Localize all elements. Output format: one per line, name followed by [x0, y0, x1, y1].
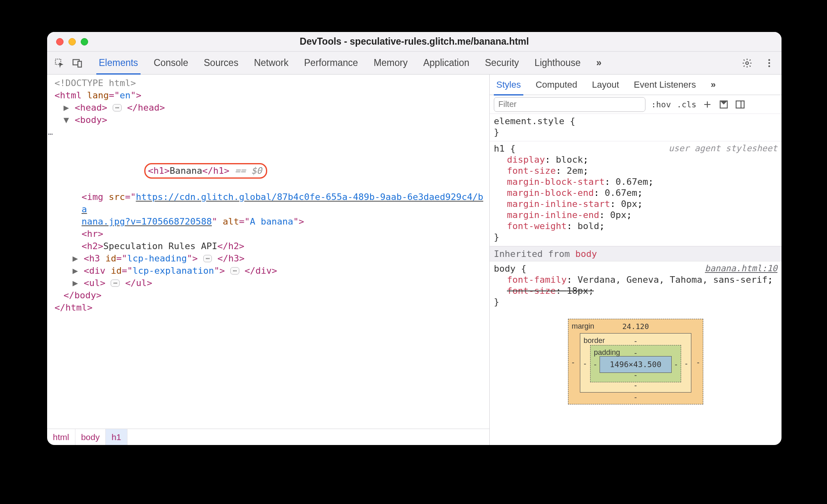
tab-sources[interactable]: Sources — [201, 52, 241, 73]
tab-network[interactable]: Network — [252, 52, 291, 73]
more-menu-icon[interactable] — [762, 56, 777, 70]
css-declaration[interactable]: margin-block-end: 0.67em; — [494, 187, 777, 198]
svg-rect-2 — [78, 61, 82, 67]
dom-h2[interactable]: <h2>Speculation Rules API</h2> — [55, 240, 489, 252]
window-title: DevTools - speculative-rules.glitch.me/b… — [47, 36, 782, 47]
css-declaration[interactable]: font-weight: bold; — [494, 220, 777, 232]
computed-styles-icon[interactable] — [718, 99, 729, 110]
box-model[interactable]: margin 24.120 - - - border - - - - — [490, 309, 782, 404]
tab-memory[interactable]: Memory — [371, 52, 410, 73]
rule-element-style[interactable]: element.style { } — [490, 114, 782, 141]
tabs-overflow-icon[interactable]: » — [594, 52, 604, 73]
crumb-html[interactable]: html — [47, 429, 75, 445]
dom-div[interactable]: ▶ <div id="lcp-explanation"> ⋯ </div> — [55, 265, 489, 277]
dom-body-close[interactable]: </body> — [55, 289, 489, 302]
row-actions-icon[interactable]: ⋯ — [48, 128, 53, 140]
styles-tabs-overflow-icon[interactable]: » — [708, 75, 718, 94]
css-declaration[interactable]: display: block; — [494, 154, 777, 165]
crumb-body[interactable]: body — [75, 429, 106, 445]
stab-layout[interactable]: Layout — [589, 75, 621, 94]
rule-source-ua: user agent stylesheet — [668, 143, 777, 154]
css-declaration[interactable]: font-family: Verdana, Geneva, Tahoma, sa… — [494, 274, 777, 285]
css-declaration[interactable]: margin-inline-end: 0px; — [494, 209, 777, 220]
styles-toolbar: hov cls — [490, 95, 782, 114]
dom-h1-selected[interactable]: ⋯ <h1>Banana</h1> == $0 — [55, 126, 489, 191]
main-tabbar: Elements Console Sources Network Perform… — [47, 52, 782, 75]
svg-point-4 — [768, 59, 770, 61]
dom-h3[interactable]: ▶ <h3 id="lcp-heading"> ⋯ </h3> — [55, 252, 489, 265]
box-model-margin[interactable]: margin 24.120 - - - border - - - - — [568, 319, 703, 404]
toggle-sidebar-icon[interactable] — [735, 99, 745, 110]
stab-styles[interactable]: Styles — [494, 75, 523, 95]
titlebar: DevTools - speculative-rules.glitch.me/b… — [47, 32, 782, 52]
svg-point-5 — [768, 62, 770, 64]
annotation-circle: <h1>Banana</h1> == $0 — [144, 163, 267, 179]
inherited-from-bar: Inherited from body — [490, 246, 782, 261]
tab-security[interactable]: Security — [482, 52, 521, 73]
inspect-element-icon[interactable] — [52, 56, 67, 70]
tab-elements[interactable]: Elements — [96, 52, 141, 75]
dom-hr[interactable]: <hr> — [55, 228, 489, 240]
svg-point-3 — [746, 61, 749, 64]
styles-panel: Styles Computed Layout Event Listeners »… — [490, 75, 782, 445]
dom-html-close[interactable]: </html> — [55, 302, 489, 314]
device-toolbar-icon[interactable] — [70, 56, 85, 70]
new-rule-icon[interactable] — [702, 99, 713, 110]
tab-lighthouse[interactable]: Lighthouse — [532, 52, 583, 73]
cls-toggle[interactable]: cls — [677, 100, 696, 109]
rule-body[interactable]: banana.html:10 body { font-family: Verda… — [490, 261, 782, 309]
dom-body-open[interactable]: ▼ <body> — [55, 114, 489, 126]
svg-point-6 — [768, 65, 770, 67]
main-tabs: Elements Console Sources Network Perform… — [96, 52, 736, 73]
hov-toggle[interactable]: hov — [651, 100, 671, 109]
devtools-window: DevTools - speculative-rules.glitch.me/b… — [47, 32, 782, 445]
styles-filter-input[interactable] — [494, 97, 645, 112]
stab-event-listeners[interactable]: Event Listeners — [632, 75, 699, 94]
dom-html-open[interactable]: <html lang="en"> — [55, 89, 489, 102]
rule-h1[interactable]: user agent stylesheet h1 { display: bloc… — [490, 141, 782, 246]
css-declaration[interactable]: font-size: 2em; — [494, 165, 777, 176]
dom-head[interactable]: ▶ <head> ⋯ </head> — [55, 102, 489, 114]
stab-computed[interactable]: Computed — [533, 75, 580, 94]
box-model-border[interactable]: border - - - - padding - - - — [580, 333, 691, 393]
css-declaration[interactable]: font-size: 18px; — [494, 285, 777, 296]
dom-ul[interactable]: ▶ <ul> ⋯ </ul> — [55, 277, 489, 289]
dom-tree[interactable]: <!DOCTYPE html> <html lang="en"> ▶ <head… — [47, 75, 489, 429]
css-declaration[interactable]: margin-inline-start: 0px; — [494, 198, 777, 209]
styles-tabs: Styles Computed Layout Event Listeners » — [490, 75, 782, 95]
tab-console[interactable]: Console — [151, 52, 191, 73]
svg-rect-8 — [736, 101, 745, 108]
style-rules[interactable]: element.style { } user agent stylesheet … — [490, 114, 782, 445]
css-declaration[interactable]: margin-block-start: 0.67em; — [494, 176, 777, 187]
dom-img[interactable]: <img src="https://cdn.glitch.global/87b4… — [55, 191, 489, 228]
settings-gear-icon[interactable] — [740, 56, 754, 70]
tab-application[interactable]: Application — [421, 52, 472, 73]
rule-source-link[interactable]: banana.html:10 — [705, 263, 777, 273]
elements-panel: <!DOCTYPE html> <html lang="en"> ▶ <head… — [47, 75, 490, 445]
tab-performance[interactable]: Performance — [302, 52, 361, 73]
dom-doctype[interactable]: <!DOCTYPE html> — [55, 77, 489, 89]
box-model-padding[interactable]: padding - - - - 1496×43.500 — [590, 345, 681, 382]
crumb-h1[interactable]: h1 — [106, 429, 127, 445]
breadcrumb: html body h1 — [47, 429, 489, 445]
